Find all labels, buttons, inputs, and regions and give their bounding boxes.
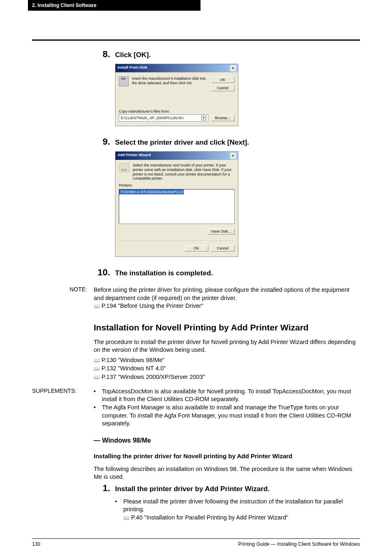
step-8: 8. Click [OK]. — [94, 49, 360, 60]
procedure-paragraph: The following describes an installation … — [94, 465, 360, 481]
step-1: 1. Install the printer driver by Add Pri… — [94, 483, 360, 494]
printers-label: Printers: — [119, 183, 235, 187]
step-10: 10. The installation is completed. — [94, 267, 360, 278]
page-footer: 130 Printing Guide — Installing Client S… — [32, 538, 360, 547]
xref-link: P.130 "Windows 98/Me" — [101, 357, 165, 363]
note-link: P.194 "Before Using the Printer Driver" — [101, 302, 203, 309]
dialog-title: Install From Disk — [118, 65, 148, 71]
have-disk-button[interactable]: Have Disk... — [208, 228, 235, 235]
supplements-block: SUPPLEMENTS: •TopAccessDocMon is also av… — [28, 388, 360, 428]
bullet: • — [94, 404, 102, 428]
dialog-message: Insert the manufacturer's installation d… — [132, 76, 208, 85]
ok-button[interactable]: OK — [184, 245, 208, 252]
cancel-button[interactable]: Cancel — [211, 245, 235, 252]
step-number: 10. — [94, 267, 110, 278]
close-icon[interactable]: × — [230, 65, 236, 71]
path-dropdown[interactable]: E:\CLIENT\W2K_XP_2003\PCL6\USA ▾ — [119, 114, 208, 122]
path-value: E:\CLIENT\W2K_XP_2003\PCL6\USA — [121, 116, 184, 120]
procedure-heading: Installing the printer driver for Novell… — [94, 452, 360, 459]
floppy-icon — [119, 76, 129, 86]
dialog-title: Add Printer Wizard — [118, 153, 151, 159]
page-number: 130 — [32, 541, 40, 547]
supplement-item: TopAccessDocMon is also available for No… — [102, 388, 360, 404]
step-number: 8. — [94, 49, 110, 60]
printer-icon — [119, 163, 129, 172]
divider — [32, 39, 360, 41]
note-block: NOTE: Before using the printer driver fo… — [0, 286, 360, 310]
sub-step-text: Please install the printer driver follow… — [123, 498, 360, 514]
install-from-disk-dialog: Install From Disk × Insert the manufactu… — [115, 64, 238, 126]
xref-link: P.137 "Windows 2000/XP/Server 2003" — [101, 374, 205, 380]
xref-link: P.132 "Windows NT 4.0" — [101, 365, 166, 372]
printers-listbox[interactable]: TOSHIBA e-STUDIO451cSeriesPCL6 — [119, 189, 235, 224]
step-text: Select the printer driver and click [Nex… — [115, 138, 249, 147]
ok-button[interactable]: OK — [211, 76, 235, 83]
step-text: The installation is completed. — [115, 268, 213, 277]
subsection-heading: — Windows 98/Me — [94, 437, 360, 444]
step-text: Click [OK]. — [115, 50, 151, 59]
step-number: 9. — [94, 136, 110, 147]
chevron-down-icon[interactable]: ▾ — [201, 115, 206, 120]
selected-printer[interactable]: TOSHIBA e-STUDIO451cSeriesPCL6 — [119, 189, 184, 194]
section-heading: Installation for Novell Printing by Add … — [94, 323, 360, 332]
bullet: • — [94, 388, 102, 404]
note-label: NOTE: — [0, 286, 94, 310]
book-icon — [94, 365, 101, 372]
step-9: 9. Select the printer driver and click [… — [94, 136, 360, 147]
section-paragraph: The procedure to install the printer dri… — [94, 338, 360, 354]
add-printer-wizard-dialog: Add Printer Wizard × Select the manufact… — [115, 151, 238, 257]
copy-from-label: Copy manufacturer's files from: — [119, 109, 235, 113]
step-text: Install the printer driver by Add Printe… — [115, 484, 270, 493]
book-icon — [123, 514, 131, 521]
supplement-item: The Agfa Font Manager is also available … — [102, 404, 360, 428]
book-icon — [94, 302, 101, 309]
step-number: 1. — [94, 483, 110, 494]
xref-link: P.40 "Installation for Parallel Printing… — [131, 514, 288, 521]
supplements-label: SUPPLEMENTS: — [28, 388, 94, 428]
section-header: 2. Installing Client Software — [28, 0, 201, 11]
bullet: • — [115, 498, 123, 514]
dialog-message: Select the manufacturer and model of you… — [133, 163, 235, 181]
book-icon — [94, 357, 101, 363]
book-icon — [94, 374, 101, 380]
cancel-button[interactable]: Cancel — [211, 85, 235, 91]
note-text: Before using the printer driver for prin… — [94, 286, 349, 301]
dialog-titlebar: Install From Disk × — [115, 64, 238, 72]
dialog-titlebar: Add Printer Wizard × — [115, 152, 238, 160]
close-icon[interactable]: × — [230, 153, 236, 159]
footer-title: Printing Guide — Installing Client Softw… — [238, 541, 360, 547]
browse-button[interactable]: Browse... — [211, 115, 235, 121]
